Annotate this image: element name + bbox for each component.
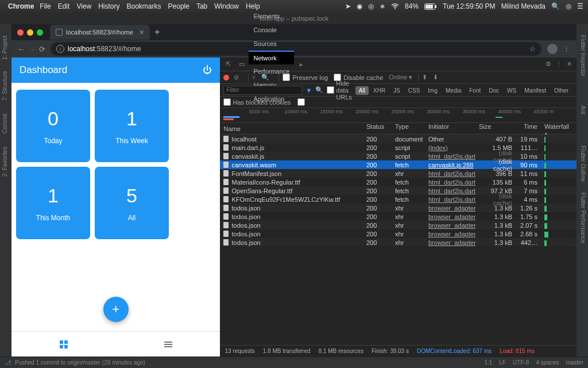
row-initiator[interactable]: browser_adapter.d…: [428, 239, 475, 246]
dashboard-card-this-month[interactable]: 1This Month: [16, 167, 90, 239]
network-row[interactable]: todos.json200xhrbrowser_adapter.d…1.3 kB…: [220, 229, 577, 238]
notifications-icon[interactable]: ☰: [577, 2, 583, 10]
record-button[interactable]: [223, 75, 229, 80]
menu-window[interactable]: Window: [214, 2, 239, 10]
col-status[interactable]: Status: [363, 123, 392, 134]
new-tab-button[interactable]: +: [154, 27, 160, 37]
location-icon[interactable]: ➤: [345, 2, 351, 10]
devtools-menu-icon[interactable]: ⋮: [556, 60, 562, 68]
network-row[interactable]: todos.json200xhrbrowser_adapter.d…1.3 kB…: [220, 204, 577, 212]
filter-chip-font[interactable]: Font: [466, 86, 484, 95]
row-initiator[interactable]: html_dart2js.dart:1…: [428, 170, 475, 177]
siri-icon[interactable]: ◎: [566, 2, 571, 10]
ide-tool-flutterperformance[interactable]: Flutter Performance: [578, 193, 586, 243]
dashboard-card-today[interactable]: 0Today: [16, 90, 90, 162]
bluetooth-icon[interactable]: ∗: [380, 2, 385, 10]
dashboard-card-all[interactable]: 5All: [95, 167, 169, 239]
menu-history[interactable]: History: [98, 2, 119, 10]
tab-close-icon[interactable]: ×: [140, 28, 144, 37]
menubar-clock[interactable]: Tue 12:59:50 PM: [443, 2, 496, 10]
power-icon[interactable]: ⏻: [203, 65, 212, 75]
network-row[interactable]: todos.json200xhrbrowser_adapter.d…1.3 kB…: [220, 238, 577, 247]
forward-button[interactable]: →: [26, 45, 37, 53]
col-waterfall[interactable]: Waterfall ▴: [541, 123, 577, 134]
network-row[interactable]: canvaskit.wasm200fetchcanvaskit.js:288(d…: [220, 160, 577, 169]
nav-list[interactable]: [116, 332, 220, 356]
network-row[interactable]: canvaskit.js200scripthtml_dart2js.dart:1…: [220, 152, 577, 160]
filter-chip-manifest[interactable]: Manifest: [521, 86, 550, 95]
network-row[interactable]: FontManifest.json200xhrhtml_dart2js.dart…: [220, 169, 577, 178]
filter-chip-xhr[interactable]: XHR: [370, 86, 389, 95]
ide-tool-commit[interactable]: Commit: [2, 114, 10, 133]
row-initiator[interactable]: canvaskit.js:288: [428, 162, 473, 168]
menu-file[interactable]: File: [40, 2, 51, 10]
ide-right-tool-strip[interactable]: Flutter InspectorAntFlutter OutlineFlutt…: [577, 24, 588, 356]
menu-tab[interactable]: Tab: [196, 2, 207, 10]
col-type[interactable]: Type: [392, 123, 425, 134]
filter-chip-js[interactable]: JS: [390, 86, 404, 95]
status-item[interactable]: UTF-8: [513, 359, 529, 366]
col-size[interactable]: Size: [475, 123, 516, 134]
menubar-user[interactable]: Milind Mevada: [501, 2, 546, 10]
row-initiator[interactable]: html_dart2js.dart:3…: [428, 187, 475, 194]
browser-tab[interactable]: localhost:58823/#/home ×: [50, 25, 150, 40]
throttling-select[interactable]: Online ▾: [389, 74, 412, 81]
devtools-settings-icon[interactable]: ⚙: [546, 60, 551, 68]
filter-chip-img[interactable]: Img: [424, 86, 441, 95]
row-initiator[interactable]: browser_adapter.d…: [428, 231, 475, 237]
row-initiator[interactable]: browser_adapter.d…: [428, 205, 475, 212]
devtools-more-tabs[interactable]: »: [294, 57, 307, 71]
filter-chip-other[interactable]: Other: [551, 86, 572, 95]
devtools-tab-sources[interactable]: Sources: [249, 37, 294, 51]
site-info-icon[interactable]: i: [56, 45, 64, 53]
bookmark-icon[interactable]: ☆: [529, 45, 536, 53]
has-blocked-cookies-checkbox[interactable]: Has blocked cookies: [223, 98, 291, 106]
import-har-icon[interactable]: ⬆: [422, 74, 427, 81]
maximize-icon[interactable]: [37, 29, 43, 36]
status-item[interactable]: master: [566, 359, 583, 366]
row-initiator[interactable]: browser_adapter.d…: [428, 213, 475, 220]
status-item[interactable]: LF: [499, 359, 506, 366]
preserve-log-checkbox[interactable]: Preserve log: [283, 74, 328, 81]
spotlight-icon[interactable]: 🔍: [551, 2, 560, 10]
col-initiator[interactable]: Initiator: [425, 123, 475, 134]
reload-button[interactable]: ⟳: [37, 45, 47, 53]
filter-toggle-icon[interactable]: ▿: [252, 74, 256, 81]
network-row[interactable]: todos.json200xhrbrowser_adapter.d…1.3 kB…: [220, 221, 577, 229]
ide-tool-project[interactable]: 1: Project: [2, 36, 10, 60]
menu-edit[interactable]: Edit: [58, 2, 70, 10]
row-initiator[interactable]: html_dart2js.dart:3…: [428, 196, 475, 203]
ide-tool-structure[interactable]: 7: Structure: [2, 71, 10, 101]
export-har-icon[interactable]: ⬇: [433, 74, 438, 81]
row-initiator[interactable]: html_dart2js.dart:1…: [428, 153, 475, 160]
col-time[interactable]: Time: [516, 123, 541, 134]
menu-bookmarks[interactable]: Bookmarks: [127, 2, 161, 10]
window-traffic-lights[interactable]: [17, 29, 43, 36]
clear-button[interactable]: ⊘: [234, 74, 239, 81]
status-item[interactable]: 1:1: [484, 359, 492, 366]
minimize-icon[interactable]: [27, 29, 33, 36]
inspect-element-icon[interactable]: ⇱: [221, 60, 235, 68]
wifi-icon[interactable]: [391, 3, 399, 9]
menu-people[interactable]: People: [168, 2, 189, 10]
ide-left-tool-strip[interactable]: 1: Project7: StructureCommit2: Favorites: [0, 24, 11, 356]
vcs-icon[interactable]: ⎇: [5, 359, 15, 366]
ide-tool-ant[interactable]: Ant: [578, 105, 586, 114]
chrome-menu-icon[interactable]: ⋮: [563, 45, 570, 53]
sync-icon[interactable]: ◎: [368, 2, 374, 10]
network-row[interactable]: todos.json200xhrbrowser_adapter.d…1.3 kB…: [220, 212, 577, 221]
close-icon[interactable]: [17, 29, 24, 36]
status-item[interactable]: 4 spaces: [536, 359, 559, 366]
filter-chip-ws[interactable]: WS: [504, 86, 520, 95]
filter-chip-css[interactable]: CSS: [405, 86, 424, 95]
network-row[interactable]: MaterialIcons-Regular.ttf200fetchhtml_da…: [220, 178, 577, 186]
devtools-tab-network[interactable]: Network: [249, 51, 294, 64]
nav-dashboard[interactable]: [11, 332, 116, 356]
back-button[interactable]: ←: [16, 45, 26, 53]
filter-chip-media[interactable]: Media: [442, 86, 465, 95]
network-row[interactable]: OpenSans-Regular.ttf200fetchhtml_dart2js…: [220, 186, 577, 195]
dashboard-card-this-week[interactable]: 1This Week: [95, 90, 169, 162]
devtools-tab-console[interactable]: Console: [249, 23, 294, 37]
device-toolbar-icon[interactable]: ▭: [235, 60, 249, 68]
network-row[interactable]: KFOmCnqEu92Fr1Me5WZLCzYlKw.ttf200fetchht…: [220, 195, 577, 204]
